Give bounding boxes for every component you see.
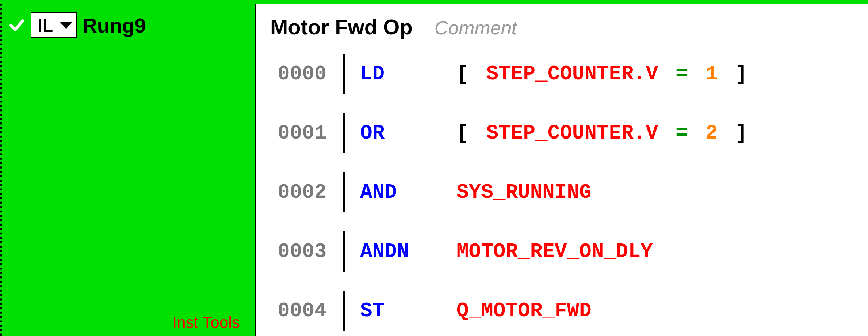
token: ] (726, 121, 756, 145)
line-separator (343, 291, 345, 331)
operand: [STEP_COUNTER.V=2] (448, 121, 756, 145)
code-panel: Motor Fwd Op Comment 0000LD[STEP_COUNTER… (256, 4, 868, 336)
operand: SYS_RUNNING (448, 181, 600, 204)
operand: [STEP_COUNTER.V=1] (448, 62, 756, 86)
il-code-area[interactable]: 0000LD[STEP_COUNTER.V=1]0001OR[STEP_COUN… (270, 46, 868, 336)
rung-label[interactable]: Rung9 (82, 14, 146, 37)
rung-gutter[interactable]: IL Rung9 Inst Tools (0, 4, 256, 336)
line-separator (343, 113, 345, 153)
code-line[interactable]: 0003ANDNMOTOR_REV_ON_DLY (270, 224, 868, 279)
code-line[interactable]: 0004STQ_MOTOR_FWD (270, 283, 868, 336)
line-separator (343, 54, 345, 94)
rung-title-row: Motor Fwd Op Comment (270, 4, 868, 46)
token: MOTOR_REV_ON_DLY (448, 240, 662, 263)
token: STEP_COUNTER.V (478, 62, 667, 86)
token: Q_MOTOR_FWD (448, 299, 600, 322)
opcode: ANDN (360, 240, 448, 263)
line-number: 0002 (270, 181, 343, 204)
validated-check-icon (8, 16, 26, 34)
token: STEP_COUNTER.V (478, 121, 667, 145)
token: ] (726, 62, 756, 86)
language-select[interactable]: IL (31, 12, 77, 38)
rung-comment-placeholder[interactable]: Comment (435, 17, 517, 39)
token: 2 (697, 121, 727, 145)
line-number: 0000 (270, 62, 343, 86)
line-number: 0004 (270, 299, 343, 322)
language-select-value: IL (37, 14, 53, 36)
token: [ (448, 62, 478, 86)
opcode: OR (360, 121, 448, 145)
token: = (667, 62, 697, 86)
opcode: ST (360, 299, 448, 322)
opcode: LD (360, 62, 448, 86)
code-line[interactable]: 0002ANDSYS_RUNNING (270, 165, 868, 220)
token: 1 (697, 62, 727, 86)
operand: Q_MOTOR_FWD (448, 299, 600, 322)
watermark-text: Inst Tools (172, 313, 240, 332)
line-number: 0003 (270, 240, 343, 263)
line-number: 0001 (270, 121, 343, 145)
rung-title[interactable]: Motor Fwd Op (270, 15, 413, 39)
token: [ (448, 121, 478, 145)
code-line[interactable]: 0000LD[STEP_COUNTER.V=1] (270, 46, 868, 101)
code-line[interactable]: 0001OR[STEP_COUNTER.V=2] (270, 106, 868, 161)
chevron-down-icon (60, 22, 73, 29)
editor-root: IL Rung9 Inst Tools Motor Fwd Op Comment… (0, 0, 868, 336)
opcode: AND (360, 181, 448, 204)
operand: MOTOR_REV_ON_DLY (448, 240, 662, 263)
line-separator (343, 231, 345, 272)
rung-header: IL Rung9 (2, 4, 255, 38)
line-separator (343, 172, 345, 212)
token: = (667, 121, 697, 145)
token: SYS_RUNNING (448, 181, 600, 204)
